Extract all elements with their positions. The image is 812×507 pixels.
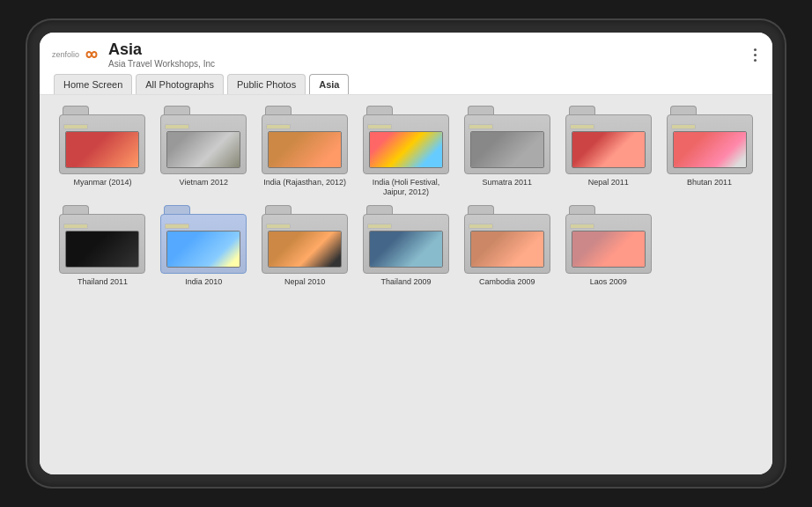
folder-name: Bhutan 2011 <box>687 178 732 188</box>
folder-name: Cambodia 2009 <box>479 277 535 288</box>
page-subtitle: Asia Travel Workshops, Inc <box>108 59 215 69</box>
folder-icon <box>262 106 348 174</box>
folder-body <box>59 214 145 274</box>
folder-label-tag <box>63 124 88 129</box>
folder-photo-inner <box>471 231 543 267</box>
tab-photographs[interactable]: All Photographs <box>136 74 224 94</box>
folder-body <box>565 214 652 274</box>
folder-body <box>262 214 348 274</box>
folder-label-tag <box>266 124 291 129</box>
folder-photo-inner <box>167 132 240 167</box>
folder-photo <box>470 131 544 168</box>
folder-name: Sumatra 2011 <box>483 178 533 188</box>
folder-name: India 2010 <box>185 277 222 288</box>
folder-photo <box>268 131 342 168</box>
folder-label-tag <box>671 124 696 129</box>
folder-photo <box>166 231 240 268</box>
folder-body <box>565 114 652 174</box>
folder-photo <box>268 231 342 268</box>
folder-photo-inner <box>66 132 138 167</box>
folder-name: India (Rajasthan, 2012) <box>263 178 346 188</box>
zenfolio-icon <box>82 48 101 61</box>
folder-photo-inner <box>370 231 442 267</box>
more-dot-2 <box>754 54 757 56</box>
folder-item-cambodia[interactable]: Cambodia 2009 <box>458 205 556 288</box>
folder-photo-inner <box>572 132 645 167</box>
folder-label-tag <box>570 224 594 229</box>
folder-item-vietnam[interactable]: Vietnam 2012 <box>155 106 253 198</box>
folder-body <box>363 214 449 274</box>
folder-body <box>59 114 145 174</box>
folder-photo <box>166 131 240 168</box>
folder-body <box>667 114 753 174</box>
folder-item-laos[interactable]: Laos 2009 <box>559 205 657 288</box>
folder-photo <box>572 131 646 168</box>
folder-icon <box>363 106 449 174</box>
page-title: Asia <box>108 41 215 59</box>
folder-photo-inner <box>269 132 341 167</box>
folder-name: Nepal 2011 <box>588 178 629 188</box>
folder-label-tag <box>367 224 392 229</box>
folder-label-tag <box>165 224 189 229</box>
folder-body <box>262 114 348 174</box>
folder-body <box>160 114 247 174</box>
folder-icon <box>59 205 145 274</box>
folder-label-tag <box>165 124 189 129</box>
tab-asia[interactable]: Asia <box>309 74 349 94</box>
folder-item-sumatra[interactable]: Sumatra 2011 <box>458 106 556 198</box>
folder-name: India (Holi Festival, Jaipur, 2012) <box>363 178 449 198</box>
folder-item-thailand-2009[interactable]: Thailand 2009 <box>358 205 455 288</box>
header-title-group: Asia Asia Travel Workshops, Inc <box>108 41 215 69</box>
folder-item-myanmar[interactable]: Myanmar (2014) <box>54 106 151 198</box>
zenfolio-logo: zenfolio <box>52 48 101 61</box>
folder-icon <box>262 205 348 274</box>
folder-photo <box>673 131 747 168</box>
folder-icon <box>59 106 145 174</box>
folder-item-india-raj[interactable]: India (Rajasthan, 2012) <box>256 106 354 198</box>
tab-home[interactable]: Home Screen <box>54 74 132 94</box>
folder-label-tag <box>570 124 594 129</box>
folder-item-india-holi[interactable]: India (Holi Festival, Jaipur, 2012) <box>358 106 455 198</box>
folder-item-thailand-2011[interactable]: Thailand 2011 <box>54 205 151 288</box>
folder-name: Nepal 2010 <box>284 277 325 288</box>
more-menu-button[interactable] <box>750 45 760 65</box>
folder-name: Laos 2009 <box>590 277 627 288</box>
folder-name: Thailand 2009 <box>380 277 431 288</box>
folder-label-tag <box>266 224 291 229</box>
folder-icon <box>464 205 550 274</box>
folder-label-tag <box>63 224 88 229</box>
folder-icon <box>464 106 550 174</box>
folder-icon <box>565 106 652 174</box>
folder-photo-inner <box>471 132 543 167</box>
folder-photo <box>369 131 443 168</box>
folders-grid: Myanmar (2014) Vietnam 2012 India (Rajas… <box>54 106 758 288</box>
nav-tabs: Home Screen All Photographs Public Photo… <box>52 74 760 94</box>
folder-name: Thailand 2011 <box>78 277 128 288</box>
folder-photo-inner <box>167 231 240 267</box>
folder-photo <box>572 231 646 268</box>
folder-icon <box>667 106 753 174</box>
folder-icon <box>565 205 652 274</box>
folder-item-bhutan[interactable]: Bhutan 2011 <box>661 106 758 198</box>
folder-item-nepal-2011[interactable]: Nepal 2011 <box>559 106 657 198</box>
folder-photo-inner <box>572 231 645 267</box>
folder-photo-inner <box>370 132 442 167</box>
folder-label-tag <box>367 124 392 129</box>
more-dot-3 <box>754 59 757 62</box>
main-content: Myanmar (2014) Vietnam 2012 India (Rajas… <box>40 95 772 474</box>
tab-public[interactable]: Public Photos <box>227 74 306 94</box>
folder-photo <box>65 231 139 268</box>
folder-name: Vietnam 2012 <box>180 178 228 188</box>
folder-icon <box>160 106 247 174</box>
folder-item-nepal-2010[interactable]: Nepal 2010 <box>256 205 354 288</box>
more-dot-1 <box>754 48 757 51</box>
folder-icon <box>160 205 247 274</box>
header: zenfolio Asia Asia Travel Workshops, Inc <box>40 33 772 95</box>
folder-item-india-2010[interactable]: India 2010 <box>155 205 253 288</box>
folder-label-tag <box>469 124 493 129</box>
folder-name: Myanmar (2014) <box>73 178 131 188</box>
folder-body <box>464 214 550 274</box>
folder-photo-inner <box>674 132 746 167</box>
folder-photo <box>369 231 443 268</box>
folder-label-tag <box>469 224 493 229</box>
